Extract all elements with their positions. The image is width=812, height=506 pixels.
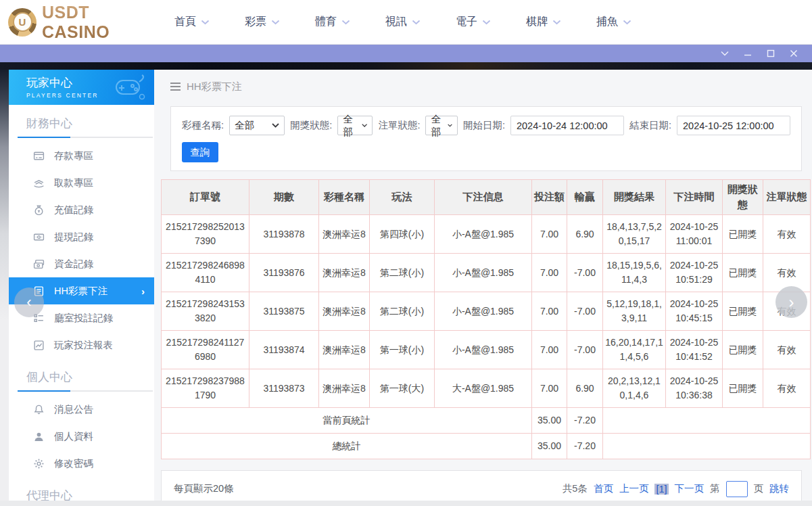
order-status-select[interactable]: 全部 (425, 116, 458, 135)
profile-icon (32, 430, 45, 442)
jump-link[interactable]: 跳转 (769, 482, 789, 495)
section-divider (18, 137, 153, 138)
sidebar-item-label: 消息公告 (54, 403, 93, 416)
nav-item-label: 首頁 (174, 15, 196, 29)
table-row: 215217298243153382031193875澳洲幸运8第二球(小)小-… (162, 292, 811, 331)
sidebar-item-funds-record[interactable]: 資金記錄› (9, 250, 154, 277)
chevron-down-icon (482, 20, 491, 25)
sidebar-item-label: 個人資料 (54, 430, 93, 443)
draw-status-label: 開獎狀態: (290, 119, 332, 132)
logo[interactable]: U USDT CASINO (0, 3, 157, 42)
chevron-down-icon (201, 20, 210, 25)
nav-item-3[interactable]: 視訊 (368, 0, 438, 45)
logo-text: USDT CASINO (42, 3, 157, 42)
pagination: 共5条 首页 上一页 [1] 下一页 第 页 跳转 (563, 481, 789, 497)
table-row: 215217298246898411031193876澳洲幸运8第二球(小)小-… (162, 254, 811, 292)
sidebar-item-notice[interactable]: 消息公告› (9, 396, 154, 423)
nav-item-label: 電子 (456, 15, 477, 29)
sidebar-item-label: 資金記錄 (54, 258, 93, 271)
bets-table: 訂單號期數彩種名稱玩法下注信息投注額輸贏開獎結果下注時間開獎狀態注單狀態 215… (161, 179, 811, 459)
notice-icon (32, 403, 45, 415)
page-title: HH彩票下注 (187, 80, 242, 93)
funds-record-icon (32, 258, 45, 270)
start-date-label: 開始日期: (463, 119, 505, 132)
nav-item-6[interactable]: 捕魚 (579, 0, 649, 45)
sidebar-item-label: 玩家投注報表 (54, 339, 113, 352)
draw-status-select[interactable]: 全部 (337, 116, 373, 135)
window-minimize-icon[interactable] (736, 45, 759, 62)
col-header-4: 下注信息 (435, 180, 532, 215)
sidebar-item-withdrawal-record[interactable]: 提現記錄› (9, 223, 154, 250)
nav-item-4[interactable]: 電子 (438, 0, 508, 45)
withdrawal-record-icon (32, 231, 45, 243)
nav-item-0[interactable]: 首頁 (157, 0, 227, 45)
col-header-10: 注單狀態 (763, 180, 811, 215)
grand-total-row: 總統計35.00-7.20 (162, 434, 811, 459)
sidebar-item-profile[interactable]: 個人資料› (9, 423, 154, 450)
sidebar-item-password[interactable]: 修改密碼› (9, 450, 154, 477)
nav-item-label: 體育 (315, 15, 337, 29)
table-footer: 每頁顯示20條 共5条 首页 上一页 [1] 下一页 第 页 跳转 (161, 470, 802, 501)
col-header-0: 訂單號 (162, 180, 249, 215)
window-maximize-icon[interactable] (759, 45, 782, 62)
sidebar-collapse-button[interactable]: ‹ (14, 288, 44, 317)
nav-item-1[interactable]: 彩票 (227, 0, 297, 45)
sidebar-item-recharge-record[interactable]: 充值記錄› (9, 196, 154, 223)
chevron-down-icon (272, 123, 279, 128)
chevron-down-icon (412, 20, 421, 25)
window-close-icon[interactable] (782, 45, 805, 62)
section-divider (18, 390, 153, 392)
order-status-label: 注單狀態: (378, 119, 420, 132)
first-page-link[interactable]: 首页 (594, 482, 613, 495)
start-date-input[interactable] (510, 116, 624, 135)
col-header-7: 開獎結果 (603, 180, 666, 215)
withdraw-icon (32, 177, 45, 189)
prev-page-link[interactable]: 上一页 (619, 482, 649, 495)
deposit-icon (32, 150, 45, 162)
jump-suffix-label: 页 (754, 482, 764, 495)
lottery-name-label: 彩種名稱: (182, 119, 224, 132)
jump-prefix-label: 第 (710, 482, 720, 495)
menu-toggle-icon[interactable] (170, 83, 181, 91)
sidebar-item-deposit[interactable]: 存款專區› (9, 142, 154, 169)
col-header-2: 彩種名稱 (319, 180, 370, 215)
report-icon (32, 339, 45, 351)
nav-item-label: 視訊 (385, 15, 407, 29)
nav-item-5[interactable]: 棋牌 (508, 0, 579, 45)
sidebar-section-title-2: 代理中心 (9, 477, 154, 501)
col-header-5: 投注額 (532, 180, 567, 215)
main-content: HH彩票下注 彩種名稱: 全部 開獎狀態: 全部 注單狀態: 全部 (154, 70, 812, 501)
sidebar-item-label: HH彩票下注 (54, 285, 108, 298)
col-header-3: 玩法 (370, 180, 435, 215)
sidebar-section-title-0: 財務中心 (9, 105, 154, 137)
nav-item-label: 彩票 (245, 15, 266, 29)
sidebar-item-label: 取款專區 (54, 177, 93, 189)
window-chevron-icon[interactable] (713, 45, 736, 62)
end-date-input[interactable] (677, 116, 790, 135)
col-header-8: 下注時間 (666, 180, 723, 215)
col-header-9: 開獎狀態 (723, 180, 763, 215)
panel-next-button[interactable]: › (775, 286, 807, 318)
sidebar-item-label: 存款專區 (54, 150, 93, 162)
nav-item-label: 捕魚 (596, 15, 618, 29)
next-page-link[interactable]: 下一页 (675, 482, 704, 495)
lottery-name-select[interactable]: 全部 (229, 116, 285, 135)
gamepad-icon (112, 74, 147, 101)
sidebar-item-report[interactable]: 玩家投注報表› (9, 331, 154, 359)
table-row: 215217298237988179031193873澳洲幸运8第一球(大)大-… (162, 369, 811, 408)
main-nav: 首頁彩票體育視訊電子棋牌捕魚 (157, 0, 649, 45)
sidebar-item-label: 廳室投註記錄 (54, 312, 113, 325)
end-date-label: 結束日期: (629, 119, 671, 132)
sidebar-section-title-1: 個人中心 (9, 359, 154, 390)
col-header-1: 期數 (249, 180, 319, 215)
current-page-summary-row: 當前頁統計35.00-7.20 (162, 408, 811, 434)
search-button[interactable]: 查詢 (182, 142, 218, 162)
current-page: [1] (654, 484, 668, 495)
col-header-6: 輸贏 (567, 180, 603, 215)
banner-strip (0, 62, 812, 70)
sidebar-item-label: 修改密碼 (54, 457, 93, 470)
sidebar-item-withdraw[interactable]: 取款專區› (9, 169, 154, 196)
page-jump-input[interactable] (726, 481, 748, 497)
nav-item-2[interactable]: 體育 (297, 0, 368, 45)
recharge-record-icon (32, 204, 45, 216)
